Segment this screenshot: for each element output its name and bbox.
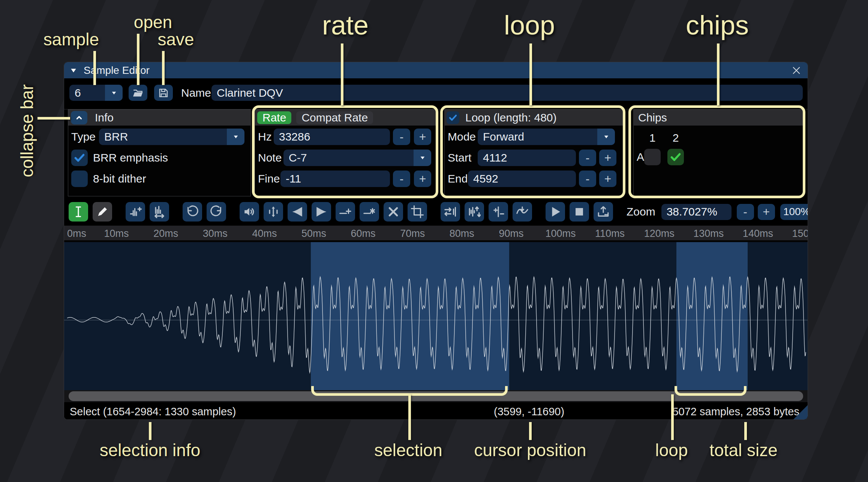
time-ruler[interactable]: 0ms10ms20ms30ms40ms50ms60ms70ms80ms90ms1… bbox=[64, 225, 808, 242]
dither-checkbox[interactable] bbox=[71, 171, 88, 187]
name-input[interactable]: Clarinet DQV bbox=[211, 85, 803, 101]
info-panel-header: Info bbox=[68, 110, 250, 126]
type-select-value: BRR bbox=[104, 129, 128, 145]
zoom-value: 38.7027% bbox=[667, 205, 717, 218]
ruler-label: 120ms bbox=[644, 228, 675, 240]
annotation-line-total-size bbox=[744, 422, 747, 440]
fade-in-button[interactable] bbox=[288, 202, 307, 222]
ruler-label: 100ms bbox=[545, 228, 576, 240]
ruler-label: 10ms bbox=[104, 228, 129, 240]
annotation-line-cursor bbox=[529, 422, 532, 440]
apply-silence-icon bbox=[363, 205, 376, 218]
cursor-position-text: (3599, -11690) bbox=[494, 406, 564, 418]
trim-button[interactable] bbox=[408, 202, 427, 222]
zoom-label: Zoom bbox=[627, 205, 655, 218]
annotation-line-collapse-bar bbox=[37, 117, 70, 120]
undo-icon bbox=[186, 205, 199, 218]
ruler-label: 110ms bbox=[595, 228, 625, 240]
waveform-area[interactable] bbox=[64, 242, 808, 390]
insert-silence-button[interactable] bbox=[336, 202, 355, 222]
amplify-button[interactable] bbox=[240, 202, 259, 222]
ruler-label: 150ms bbox=[792, 228, 808, 240]
screenshot-root: Sample Editor 6 Na bbox=[0, 0, 868, 482]
annotation-selection: selection bbox=[374, 440, 442, 460]
annotation-box-rate bbox=[252, 105, 438, 198]
filter-button[interactable] bbox=[513, 202, 532, 222]
insert-silence-icon bbox=[339, 205, 352, 218]
stop-icon bbox=[573, 205, 586, 218]
ruler-label: 0ms bbox=[67, 228, 86, 240]
redo-icon bbox=[210, 205, 223, 218]
close-icon[interactable] bbox=[790, 64, 802, 76]
resample-icon bbox=[153, 205, 166, 218]
annotation-line-chips bbox=[717, 43, 720, 105]
zoom-in-button[interactable]: + bbox=[758, 204, 775, 220]
annotation-total-size: total size bbox=[709, 440, 778, 460]
fade-out-button[interactable] bbox=[312, 202, 331, 222]
annotation-rate: rate bbox=[322, 10, 369, 40]
trim-icon bbox=[411, 205, 424, 218]
save-button[interactable] bbox=[154, 85, 173, 101]
ruler-label: 20ms bbox=[153, 228, 178, 240]
total-size-text: 5072 samples, 2853 bytes bbox=[672, 406, 799, 418]
window-collapse-icon[interactable] bbox=[69, 67, 78, 74]
titlebar[interactable]: Sample Editor bbox=[64, 62, 808, 78]
ruler-label: 60ms bbox=[351, 228, 376, 240]
play-icon bbox=[549, 205, 562, 218]
undo-button[interactable] bbox=[183, 202, 202, 222]
zoom-reset-button[interactable]: 100% bbox=[780, 204, 808, 220]
chevron-down-icon[interactable] bbox=[105, 85, 123, 101]
collapse-bar-button[interactable] bbox=[71, 111, 87, 124]
reverse-button[interactable] bbox=[441, 202, 460, 222]
reverse-icon bbox=[444, 205, 457, 218]
zoom-out-button[interactable]: - bbox=[737, 204, 754, 220]
ruler-label: 50ms bbox=[301, 228, 326, 240]
delete-icon bbox=[387, 205, 400, 218]
delete-button[interactable] bbox=[384, 202, 403, 222]
ruler-label: 90ms bbox=[499, 228, 523, 240]
resample-button[interactable] bbox=[150, 202, 169, 222]
resize-button[interactable] bbox=[126, 202, 145, 222]
chevron-up-icon bbox=[74, 114, 84, 122]
filter-icon bbox=[516, 205, 529, 218]
signedness-button[interactable] bbox=[489, 202, 508, 222]
fade-out-icon bbox=[315, 205, 328, 218]
annotation-loop-top: loop bbox=[504, 10, 555, 40]
sample-select[interactable]: 6 bbox=[69, 85, 123, 101]
invert-button[interactable] bbox=[465, 202, 484, 222]
ruler-label: 70ms bbox=[400, 228, 425, 240]
redo-button[interactable] bbox=[207, 202, 226, 222]
annotation-line-loop-bottom bbox=[671, 394, 674, 440]
name-label: Name bbox=[181, 85, 211, 101]
annotation-line-selection bbox=[408, 394, 411, 440]
resize-grip[interactable] bbox=[793, 405, 808, 419]
normalize-button[interactable] bbox=[264, 202, 283, 222]
annotation-line-save bbox=[162, 51, 165, 85]
chevron-down-icon[interactable] bbox=[227, 129, 244, 145]
floppy-disk-icon bbox=[158, 87, 169, 99]
open-button[interactable] bbox=[129, 85, 147, 101]
annotation-cursor-position: cursor position bbox=[474, 440, 586, 460]
annotation-selection-info: selection info bbox=[100, 440, 201, 460]
selection-info-text: Select (1654-2984: 1330 samples) bbox=[70, 406, 236, 418]
stop-button[interactable] bbox=[570, 202, 589, 222]
info-panel-title: Info bbox=[95, 111, 114, 124]
ruler-label: 130ms bbox=[693, 228, 724, 240]
type-select[interactable]: BRR bbox=[99, 129, 244, 145]
waveform-canvas[interactable] bbox=[64, 242, 808, 390]
name-input-value: Clarinet DQV bbox=[217, 87, 283, 99]
apply-silence-button[interactable] bbox=[360, 202, 379, 222]
ruler-label: 30ms bbox=[203, 228, 228, 240]
annotation-box-chips bbox=[628, 105, 805, 198]
draw-tool-button[interactable] bbox=[93, 202, 112, 222]
header-row: 6 Name Clarinet DQV bbox=[64, 78, 808, 109]
select-tool-icon bbox=[72, 205, 85, 218]
fade-in-icon bbox=[291, 205, 304, 218]
select-tool-button[interactable] bbox=[69, 202, 88, 222]
annotation-line-rate bbox=[341, 43, 343, 105]
save-to-device-button[interactable] bbox=[594, 202, 613, 222]
zoom-input[interactable]: 38.7027% bbox=[661, 204, 732, 220]
brr-emphasis-checkbox[interactable] bbox=[71, 150, 88, 166]
play-button[interactable] bbox=[546, 202, 565, 222]
annotation-save: save bbox=[157, 29, 194, 49]
